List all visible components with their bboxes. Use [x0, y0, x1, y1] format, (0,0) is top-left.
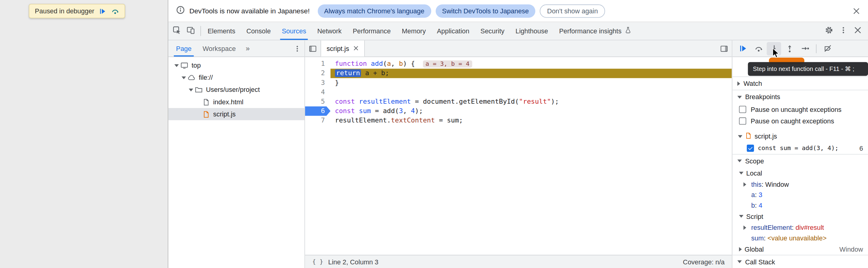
step-over-icon[interactable] [112, 7, 119, 15]
tab-page[interactable]: Page [170, 40, 197, 56]
tab-memory[interactable]: Memory [396, 22, 431, 40]
tree-item-script-js[interactable]: script.js [168, 108, 304, 120]
resume-button[interactable] [736, 42, 750, 55]
editor-pane: script.js 1function add(a, b) {a = 3, b … [305, 40, 732, 268]
file-tree: topfile://Users/user/projectindex.htmlsc… [168, 57, 304, 268]
tab-label: Performance insights [559, 27, 621, 35]
gear-icon[interactable] [825, 26, 833, 36]
breakpoint-file-group[interactable]: script.js [732, 130, 868, 142]
code-text: resultElement.textContent = sum; [331, 116, 732, 125]
scope-group-global[interactable]: Global Window [732, 243, 868, 255]
disclosure-triangle [737, 261, 742, 263]
inline-values-badge: a = 3, b = 4 [423, 60, 472, 68]
breakpoint-marker[interactable]: 6 [305, 107, 331, 116]
disclosure-triangle[interactable] [187, 88, 194, 91]
tree-item-users-user-project[interactable]: Users/user/project [168, 84, 304, 96]
step-out-button[interactable] [782, 42, 797, 55]
tree-item-index-html[interactable]: index.html [168, 96, 304, 108]
disclosure-triangle [743, 225, 746, 230]
match-chrome-language-button[interactable]: Always match Chrome's language [317, 4, 431, 18]
section-call-stack[interactable]: Call Stack [732, 255, 868, 268]
tab-application[interactable]: Application [431, 22, 475, 40]
navigator-kebab-menu-icon[interactable] [293, 44, 301, 53]
line-number[interactable]: 2 [305, 69, 331, 78]
toggle-debugger-sidebar-icon[interactable] [716, 40, 732, 56]
pause-on-uncaught-exceptions-row[interactable]: Pause on uncaught exceptions [732, 104, 868, 115]
file-tab-script-js[interactable]: script.js [320, 40, 365, 56]
sources-panel: Page Workspace » topfile://Users/user/pr… [168, 40, 868, 268]
dont-show-again-button[interactable]: Don't show again [540, 4, 605, 18]
section-scope[interactable]: Scope [732, 154, 868, 167]
disclosure-triangle[interactable] [180, 76, 187, 79]
tab-network[interactable]: Network [312, 22, 347, 40]
disclosure-triangle [739, 172, 743, 174]
cursor-position-label: Line 2, Column 3 [328, 258, 378, 266]
code-line: 3} [305, 78, 732, 88]
pause-on-caught-exceptions-row[interactable]: Pause on caught exceptions [732, 115, 868, 127]
file-tab-close-icon[interactable] [353, 44, 359, 53]
tab-label: Lighthouse [516, 27, 548, 35]
code-editor[interactable]: 1function add(a, b) {a = 3, b = 42return… [305, 57, 732, 255]
devtools-close-icon[interactable] [854, 26, 862, 36]
file-tab-label: script.js [327, 44, 349, 53]
section-watch-label: Watch [743, 80, 762, 87]
tab-sources[interactable]: Sources [276, 22, 312, 40]
file-js-icon [745, 132, 752, 140]
toolbar-divider [816, 44, 816, 53]
line-number[interactable]: 5 [305, 97, 331, 107]
line-number[interactable]: 1 [305, 59, 331, 69]
code-text: const sum = add(3, 4); [331, 107, 732, 116]
line-number[interactable]: 4 [305, 88, 331, 97]
scope-variable-this[interactable]: this Window [732, 179, 868, 189]
tab-lighthouse[interactable]: Lighthouse [510, 22, 554, 40]
line-number[interactable]: 3 [305, 78, 331, 88]
kebab-menu-icon[interactable] [839, 26, 847, 36]
tab-elements[interactable]: Elements [202, 22, 241, 40]
tab-console[interactable]: Console [241, 22, 276, 40]
editor-tabbar: script.js [305, 40, 732, 57]
scope-variable-b: b 4 [732, 200, 868, 211]
breakpoint-checkbox[interactable] [747, 145, 754, 152]
tree-item-label: Users/user/project [206, 86, 260, 94]
code-line: 6const sum = add(3, 4); [305, 107, 732, 116]
info-icon [176, 5, 185, 16]
scope-group-label: Script [746, 212, 763, 220]
scope-value: <value unavailable> [767, 234, 827, 242]
tab-security[interactable]: Security [475, 22, 510, 40]
breakpoint-entry[interactable]: const sum = add(3, 4); 6 [732, 143, 868, 154]
infobar-close-icon[interactable] [852, 7, 861, 15]
scope-group-script[interactable]: Script [732, 210, 868, 222]
section-watch[interactable]: Watch [732, 77, 868, 90]
code-text: function add(a, b) {a = 3, b = 4 [331, 59, 732, 69]
tree-item-file[interactable]: file:// [168, 71, 304, 84]
switch-devtools-japanese-button[interactable]: Switch DevTools to Japanese [435, 4, 535, 18]
tab-performance[interactable]: Performance [347, 22, 396, 40]
scope-value: div#result [796, 224, 824, 231]
section-breakpoints[interactable]: Breakpoints [732, 90, 868, 104]
tab-performance-insights[interactable]: Performance insights [554, 22, 637, 40]
scope-group-local[interactable]: Local [732, 167, 868, 179]
toggle-navigator-icon[interactable] [305, 40, 320, 56]
step-button[interactable] [798, 42, 812, 55]
code-line: 1function add(a, b) {a = 3, b = 4 [305, 59, 732, 69]
deactivate-breakpoints-button[interactable] [820, 42, 835, 55]
devtools-window: DevTools is now available in Japanese! A… [168, 0, 868, 268]
resume-script-icon[interactable] [99, 7, 106, 15]
screen: Paused in debugger DevTools is now avail… [0, 0, 868, 268]
scope-variable-resultelement[interactable]: resultElement div#result [732, 222, 868, 233]
code-line: 5const resultElement = document.getEleme… [305, 97, 732, 107]
checkbox[interactable] [739, 117, 746, 125]
pretty-print-icon[interactable]: { } [312, 258, 323, 265]
line-number[interactable]: 7 [305, 116, 331, 125]
step-over-button[interactable] [751, 42, 766, 55]
inspect-icon[interactable] [173, 26, 181, 36]
paused-position-token: return [335, 69, 361, 77]
tab-workspace[interactable]: Workspace [197, 40, 242, 56]
device-toolbar-icon[interactable] [187, 26, 195, 36]
disclosure-triangle [738, 135, 743, 138]
disclosure-triangle[interactable] [173, 64, 180, 67]
tree-item-label: file:// [199, 74, 213, 82]
checkbox[interactable] [739, 106, 746, 113]
more-tabs-icon[interactable]: » [246, 44, 250, 53]
tree-item-top[interactable]: top [168, 59, 304, 71]
